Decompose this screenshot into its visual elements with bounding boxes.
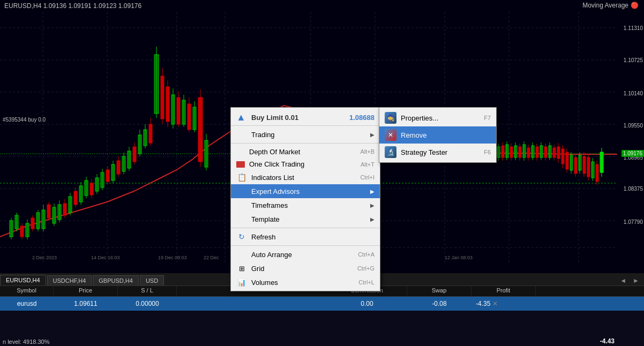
grid-icon: ⊞ bbox=[236, 264, 247, 273]
properties-label: Properties... bbox=[401, 114, 484, 122]
menu-item-oct[interactable]: One Click Trading Alt+T bbox=[231, 158, 380, 170]
buy-limit-price: 1.08688 bbox=[349, 114, 375, 122]
current-price-box: 1.09176 bbox=[621, 150, 644, 157]
chart-title: EURUSD,H4 1.09136 1.09191 1.09123 1.0917… bbox=[4, 2, 141, 10]
tab-scroll-left[interactable]: ◄ bbox=[618, 276, 628, 285]
svg-text:14 Dec 16:03: 14 Dec 16:03 bbox=[91, 255, 120, 260]
tab-usd[interactable]: USD bbox=[140, 275, 164, 285]
auto-arrange-icon bbox=[236, 250, 247, 259]
submenu-item-strategy-tester[interactable]: 🔬 Strategy Tester F6 bbox=[379, 144, 496, 161]
menu-item-trading[interactable]: Trading ▶ bbox=[231, 127, 380, 141]
dom-label: Depth Of Market bbox=[249, 148, 355, 156]
bottom-panel: Symbol Price S / L Commission Swap Profi… bbox=[0, 286, 644, 346]
buy-limit-label: Buy Limit 0.01 bbox=[251, 114, 349, 122]
expert-advisors-label: Expert Advisors bbox=[251, 187, 368, 195]
separator-2 bbox=[231, 228, 380, 228]
refresh-label: Refresh bbox=[251, 233, 375, 241]
submenu-item-remove[interactable]: ✕ Remove bbox=[379, 126, 496, 144]
strategy-tester-shortcut: F6 bbox=[484, 149, 491, 155]
oct-shortcut: Alt+T bbox=[361, 161, 375, 168]
volumes-shortcut: Ctrl+L bbox=[358, 279, 375, 285]
trading-label: Trading bbox=[251, 131, 368, 139]
trade-label: #5395344 buy 0.0 bbox=[3, 117, 46, 123]
oct-label: One Click Trading bbox=[249, 160, 355, 168]
tab-gbpusd[interactable]: GBPUSD,H4 bbox=[93, 275, 139, 285]
dom-icon bbox=[236, 147, 245, 156]
menu-item-template[interactable]: Template ▶ bbox=[231, 212, 380, 226]
tab-scroll-right[interactable]: ► bbox=[631, 276, 641, 285]
volumes-icon: 📊 bbox=[236, 277, 247, 287]
menu-item-indicators[interactable]: 📋 Indicators List Ctrl+I bbox=[231, 170, 380, 184]
buy-limit-icon: ▲ bbox=[236, 112, 247, 123]
svg-text:19 Dec 08:03: 19 Dec 08:03 bbox=[158, 255, 187, 260]
timeframes-label: Timeframes bbox=[251, 201, 368, 209]
separator-1 bbox=[231, 143, 380, 144]
indicators-shortcut: Ctrl+I bbox=[360, 174, 375, 180]
template-label: Template bbox=[251, 215, 368, 223]
tab-usdchf[interactable]: USDCHF,H4 bbox=[47, 275, 92, 285]
dom-shortcut: Alt+B bbox=[360, 148, 375, 155]
indicators-icon: 📋 bbox=[236, 172, 247, 182]
menu-item-grid[interactable]: ⊞ Grid Ctrl+G bbox=[231, 261, 380, 275]
cell-swap: -0.08 bbox=[407, 299, 471, 309]
separator-3 bbox=[231, 245, 380, 246]
col-profit: Profit bbox=[471, 286, 536, 296]
trading-icon bbox=[236, 130, 247, 139]
menu-item-dom[interactable]: Depth Of Market Alt+B bbox=[231, 145, 380, 158]
grid-label: Grid bbox=[251, 265, 352, 273]
cell-symbol: eurusd bbox=[0, 299, 54, 309]
expert-advisors-icon bbox=[236, 186, 247, 196]
chart-header: EURUSD,H4 1.09136 1.09191 1.09123 1.0917… bbox=[0, 0, 644, 12]
menu-item-volumes[interactable]: 📊 Volumes Ctrl+L bbox=[231, 275, 380, 289]
svg-text:22 Dec: 22 Dec bbox=[204, 255, 219, 260]
menu-item-refresh[interactable]: ↻ Refresh bbox=[231, 230, 380, 244]
cell-sl: 0.00000 bbox=[118, 299, 177, 309]
menu-item-auto-arrange[interactable]: Auto Arrange Ctrl+A bbox=[231, 247, 380, 261]
remove-icon: ✕ bbox=[385, 129, 396, 141]
strategy-tester-label: Strategy Tester bbox=[401, 148, 484, 156]
submenu-expert-advisors: 🧙 Properties... F7 ✕ Remove 🔬 Strategy T… bbox=[379, 107, 497, 163]
menu-item-expert-advisors[interactable]: Expert Advisors ▶ bbox=[231, 184, 380, 198]
indicators-label: Indicators List bbox=[251, 174, 355, 182]
price-axis: 1.11310 1.10725 1.10140 1.09550 1.08965 … bbox=[617, 12, 644, 262]
context-menu: ▲ Buy Limit 0.01 1.08688 Trading ▶ Depth… bbox=[230, 107, 380, 291]
refresh-icon: ↻ bbox=[236, 232, 247, 242]
menu-item-timeframes[interactable]: Timeframes ▶ bbox=[231, 198, 380, 212]
cell-profit: -4.35 ✕ bbox=[471, 299, 525, 309]
tab-eurusd[interactable]: EURUSD,H4 bbox=[0, 275, 46, 285]
timeframes-icon bbox=[236, 200, 247, 210]
properties-icon: 🧙 bbox=[385, 112, 396, 124]
col-price: Price bbox=[54, 286, 118, 296]
trade-row: eurusd 1.09611 0.00000 0.00 -0.08 -4.35 … bbox=[0, 297, 644, 311]
oct-icon bbox=[236, 161, 245, 168]
auto-arrange-label: Auto Arrange bbox=[251, 251, 353, 259]
chart-indicator: Moving Average 🔴 bbox=[582, 2, 639, 9]
col-swap: Swap bbox=[407, 286, 471, 296]
tab-scroll-area: ◄ ► bbox=[618, 276, 644, 285]
template-icon bbox=[236, 214, 247, 224]
remove-label: Remove bbox=[401, 131, 491, 139]
close-trade-button[interactable]: ✕ bbox=[492, 300, 498, 307]
strategy-tester-icon: 🔬 bbox=[385, 146, 396, 158]
cell-commission: 0.00 bbox=[327, 299, 407, 309]
buy-limit-item[interactable]: ▲ Buy Limit 0.01 1.08688 bbox=[231, 109, 380, 126]
footer-total: -4.43 bbox=[597, 336, 617, 346]
svg-text:2 Dec 2023: 2 Dec 2023 bbox=[32, 255, 57, 260]
col-symbol: Symbol bbox=[0, 286, 54, 296]
properties-shortcut: F7 bbox=[484, 115, 491, 121]
svg-text:12 Jan 08:03: 12 Jan 08:03 bbox=[445, 255, 473, 260]
footer-label: n level: 4918.30% bbox=[0, 337, 52, 346]
cell-price: 1.09611 bbox=[54, 299, 118, 309]
volumes-label: Volumes bbox=[251, 279, 353, 287]
col-sl: S / L bbox=[118, 286, 177, 296]
auto-arrange-shortcut: Ctrl+A bbox=[358, 251, 375, 258]
grid-shortcut: Ctrl+G bbox=[357, 265, 375, 272]
submenu-item-properties[interactable]: 🧙 Properties... F7 bbox=[379, 109, 496, 126]
